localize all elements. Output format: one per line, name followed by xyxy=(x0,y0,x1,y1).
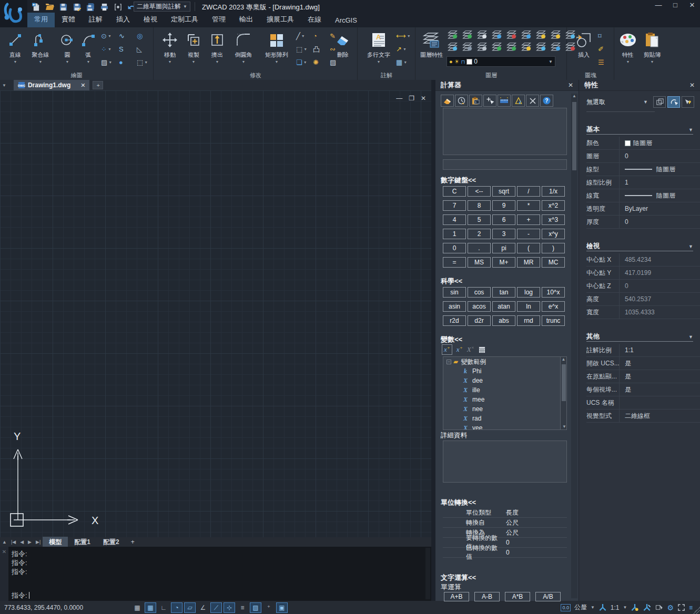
close-properties-icon[interactable]: ✕ xyxy=(689,81,695,89)
numpad-button-C[interactable]: C xyxy=(443,186,466,197)
draw-tool-icon[interactable]: S xyxy=(119,43,135,56)
text-op-button-A+B[interactable]: A+B xyxy=(444,592,469,601)
block-tool-icon[interactable]: ✐ xyxy=(598,43,612,56)
numpad-button-x^3[interactable]: x^3 xyxy=(542,214,565,225)
ribbon-tab-3[interactable]: 註解 xyxy=(82,13,109,27)
property-row[interactable]: 開啟 UCS...是 xyxy=(586,357,700,370)
block-marker-icon[interactable] xyxy=(113,2,123,12)
layer-tool-icon[interactable] xyxy=(492,42,504,54)
variables-folder-row[interactable]: − ▰ 變數範例 xyxy=(443,357,566,366)
layout-tab-3[interactable]: 配置2 xyxy=(97,537,126,548)
scientific-button-rnd[interactable]: rnd xyxy=(517,315,540,326)
numpad-button-7[interactable]: 7 xyxy=(443,200,466,211)
add-layout-button[interactable]: + xyxy=(126,537,140,547)
numpad-button-=[interactable]: = xyxy=(443,257,466,268)
properties-palette-button[interactable]: 特性▼ xyxy=(616,30,640,73)
unit-conversion-row[interactable]: 已轉換的數值0 xyxy=(443,548,567,558)
variable-row[interactable]: Xdee xyxy=(443,376,566,385)
numpad-button-4[interactable]: 4 xyxy=(443,214,466,225)
section-header-其他[interactable]: 其他▼ xyxy=(586,332,693,342)
circle-button[interactable]: 圓▼ xyxy=(57,30,78,73)
property-row[interactable]: 圖層0 xyxy=(586,150,700,163)
property-row[interactable]: 中心點 X485.4234 xyxy=(586,253,700,267)
draw-tool-icon[interactable]: ⊙▼ xyxy=(101,29,117,43)
property-row[interactable]: 視覺型式二維線框 xyxy=(586,410,700,423)
eraser-icon[interactable] xyxy=(441,95,454,107)
modify-tool-icon[interactable]: ⬚▼ xyxy=(296,43,311,56)
variable-row[interactable]: Xmee xyxy=(443,395,566,404)
scientific-button-asin[interactable]: asin xyxy=(443,301,466,312)
paste-to-command-icon[interactable] xyxy=(469,95,482,107)
save-icon[interactable] xyxy=(58,2,68,12)
numpad-button-1[interactable]: 1 xyxy=(443,229,466,239)
variables-header[interactable]: 變數<< xyxy=(441,335,462,344)
numpad-button-sqrt[interactable]: sqrt xyxy=(492,186,515,197)
layer-tool-icon[interactable] xyxy=(477,42,490,54)
numpad-button-)[interactable]: ) xyxy=(542,243,565,253)
measure-distance-icon[interactable] xyxy=(498,95,511,107)
layer-tool-icon[interactable] xyxy=(506,42,519,54)
resize-grip[interactable] xyxy=(693,607,700,614)
get-coordinates-icon[interactable] xyxy=(483,95,496,107)
numpad-button-5[interactable]: 5 xyxy=(468,214,491,225)
grid-snap-icon[interactable]: ▦ xyxy=(131,602,143,613)
text-op-button-A-B[interactable]: A-B xyxy=(474,592,500,601)
numpad-button-MS[interactable]: MS xyxy=(468,257,491,268)
ribbon-tab-9[interactable]: 擴展工具 xyxy=(260,13,301,27)
clipboard-button[interactable]: 剪貼簿▼ xyxy=(640,30,664,73)
measure-angle-icon[interactable] xyxy=(512,95,525,107)
numpad-button-1/x[interactable]: 1/x xyxy=(542,186,565,197)
selection-filter[interactable]: 無選取 xyxy=(586,98,605,107)
unit-conversion-row[interactable]: 單位類型長度 xyxy=(443,508,567,518)
line-button[interactable]: 直線▼ xyxy=(3,30,27,73)
prev-layout-icon[interactable]: ◀ xyxy=(20,539,24,545)
help-icon[interactable]: ? xyxy=(540,95,553,107)
close-tab-icon[interactable]: ✕ xyxy=(80,82,85,89)
variable-row[interactable]: Xnee xyxy=(443,404,566,414)
numpad-button-8[interactable]: 8 xyxy=(468,200,491,211)
move-button[interactable]: 移動▼ xyxy=(158,30,182,73)
numpad-button-.[interactable]: . xyxy=(468,243,491,253)
annotation-tool-icon[interactable]: ▦▼ xyxy=(396,56,414,69)
scientific-button-sin[interactable]: sin xyxy=(443,287,466,298)
property-row[interactable]: 中心點 Y417.0199 xyxy=(586,267,700,280)
layer-tool-icon[interactable] xyxy=(448,30,460,42)
ribbon-tab-1[interactable]: 常用 xyxy=(27,13,55,27)
draw-tool-icon[interactable]: ⬚▼ xyxy=(137,56,153,69)
numpad-button-<--[interactable]: <-- xyxy=(468,186,491,197)
save-all-icon[interactable] xyxy=(85,2,96,12)
ribbon-tab-10[interactable]: 在線 xyxy=(301,13,328,27)
property-row[interactable]: 註解比例1:1 xyxy=(586,344,700,357)
insert-button[interactable]: 插入 xyxy=(572,30,596,73)
property-row[interactable]: 每個視埠...是 xyxy=(586,383,700,396)
collapse-section-icon[interactable]: ▼ xyxy=(688,127,693,132)
scientific-button-log[interactable]: log xyxy=(517,287,540,298)
layer-properties-button[interactable]: 圖層特性 xyxy=(418,30,445,73)
save-as-icon[interactable] xyxy=(72,2,82,12)
last-layout-icon[interactable]: ▶| xyxy=(36,539,40,545)
ribbon-tab-7[interactable]: 管理 xyxy=(205,13,232,27)
block-tool-icon[interactable]: ☰ xyxy=(598,56,612,69)
property-row[interactable]: 線型比例1 xyxy=(586,176,700,189)
delete-variable-icon[interactable]: X× xyxy=(467,345,474,354)
draw-tool-icon[interactable]: ∿ xyxy=(119,29,135,43)
collapse-section-icon[interactable]: ▼ xyxy=(688,334,693,340)
scientific-button-trunc[interactable]: trunc xyxy=(542,315,565,326)
doc-close-button[interactable]: ✕ xyxy=(421,95,426,102)
xref-frame-icon[interactable]: ▣ xyxy=(276,602,288,613)
draw-tool-icon[interactable]: ◎ xyxy=(137,29,153,43)
modify-tool-icon[interactable]: ◔ xyxy=(313,29,328,43)
collapse-section-icon[interactable]: ▼ xyxy=(688,244,693,249)
numpad-button-pi[interactable]: pi xyxy=(492,243,515,253)
document-tab[interactable]: DWG Drawing1.dwg ✕ xyxy=(14,80,90,90)
new-file-icon[interactable] xyxy=(31,2,41,12)
angle-snap-icon[interactable]: ∠ xyxy=(197,602,209,613)
copy-button[interactable]: 複製▼ xyxy=(181,30,206,73)
ortho-icon[interactable]: ∟ xyxy=(158,602,169,613)
chevron-down-icon[interactable]: ▼ xyxy=(623,605,627,610)
arc-button[interactable]: 弧▼ xyxy=(79,30,98,73)
scientific-button-abs[interactable]: abs xyxy=(492,315,515,326)
numpad-button-x^2[interactable]: x^2 xyxy=(542,200,565,211)
scientific-header[interactable]: 科學<< xyxy=(441,277,462,286)
property-row[interactable]: 厚度0 xyxy=(586,216,700,229)
